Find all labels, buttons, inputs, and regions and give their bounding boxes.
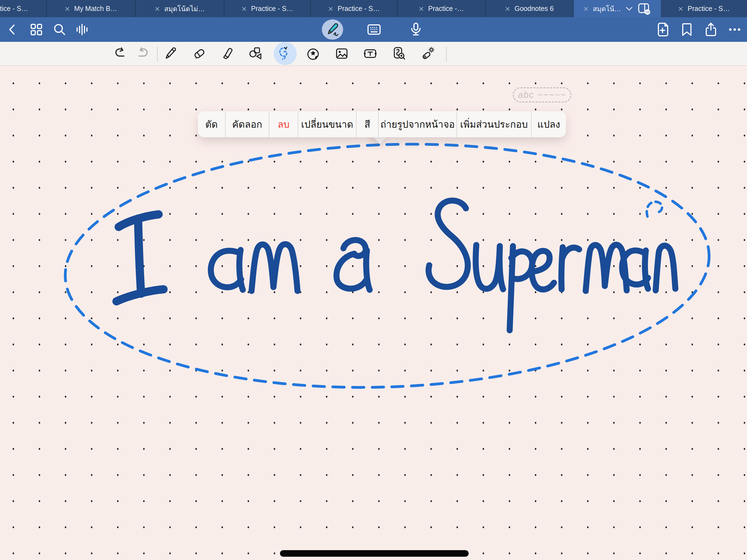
shapes-tool-button[interactable] (248, 46, 264, 61)
undo-icon (111, 46, 127, 61)
menu-item-convert[interactable]: แปลง (531, 111, 566, 137)
tab-practice-0[interactable]: tice - S… (0, 0, 47, 17)
tab-practice-1[interactable]: × Practice - S… (225, 0, 311, 17)
tab-label: สมุดโน้… (593, 3, 621, 14)
microphone-button[interactable] (409, 22, 423, 37)
note-page-canvas[interactable] (0, 66, 747, 560)
close-icon[interactable]: × (328, 4, 333, 13)
tab-practice-4[interactable]: × Practice - S… (661, 0, 747, 17)
laser-pointer-tool-button[interactable] (419, 46, 435, 61)
text-tool-button[interactable] (362, 46, 378, 61)
menu-item-cut[interactable]: ตัด (198, 111, 225, 137)
image-tool-icon (334, 46, 350, 61)
eraser-tool-button[interactable] (191, 46, 207, 61)
search-button[interactable] (52, 22, 67, 36)
tab-label: Goodnotes 6 (515, 5, 554, 12)
tab-label: My Match B… (74, 5, 117, 12)
tab-label: Practice - S… (688, 5, 730, 12)
elements-tool-button[interactable] (391, 46, 407, 61)
menu-item-add-element[interactable]: เพิ่มส่วนประกอบ (456, 111, 531, 137)
redo-icon (136, 46, 152, 61)
lasso-tool-selected-highlight (274, 42, 297, 65)
menu-item-delete[interactable]: ลบ (269, 111, 298, 137)
highlighter-tool-icon (220, 46, 235, 61)
tab-label: Practice - S… (251, 5, 293, 12)
tool-toolbar: abc ~~~~~ (0, 42, 747, 66)
bookmark-button[interactable] (680, 22, 694, 37)
handwriting-hint-text: abc ~~~~~ (518, 90, 566, 100)
close-icon[interactable]: × (583, 4, 588, 13)
sticker-tool-icon (306, 46, 321, 61)
tab-goodnotes-home[interactable]: × Goodnotes 6 (486, 0, 574, 17)
pen-mode-icon (325, 22, 340, 37)
close-icon[interactable]: × (65, 4, 70, 13)
undo-button[interactable] (111, 46, 127, 61)
elements-tool-icon (391, 46, 407, 61)
grid-icon (29, 23, 43, 36)
tab-thai-notebook[interactable]: × สมุดโน้ตไม่… (136, 0, 225, 17)
tab-label: tice - S… (0, 5, 28, 12)
menu-item-color[interactable]: สี (356, 111, 378, 137)
handwriting-hint-capsule: abc ~~~~~ (513, 87, 571, 103)
bookmark-icon (680, 22, 694, 37)
more-button[interactable] (728, 22, 742, 36)
page-thumbnails-button[interactable] (29, 23, 43, 36)
toolbar-divider (157, 47, 158, 61)
pen-tool-icon (163, 46, 179, 61)
keyboard-icon (366, 22, 382, 36)
laser-pointer-tool-icon (419, 46, 435, 61)
close-icon[interactable]: × (678, 4, 683, 13)
audio-waveform-icon (75, 22, 89, 36)
shapes-tool-icon (248, 46, 264, 61)
sticker-tool-button[interactable] (306, 46, 321, 61)
add-page-button[interactable] (656, 22, 670, 37)
tab-label: สมุดโน้ตไม่… (164, 3, 205, 14)
pen-tool-button[interactable] (163, 46, 179, 61)
tab-active-thai-notebook[interactable]: × สมุดโน้… (574, 0, 661, 17)
close-icon[interactable]: × (242, 4, 247, 13)
tab-label: Practice -… (428, 5, 464, 12)
microphone-icon (409, 22, 423, 37)
tab-bar: tice - S… × My Match B… × สมุดโน้ตไม่… ×… (0, 0, 747, 17)
close-icon[interactable]: × (419, 4, 424, 13)
nav-toolbar (0, 17, 747, 42)
text-tool-icon (362, 46, 378, 61)
highlighter-tool-button[interactable] (220, 46, 235, 61)
menu-item-resize[interactable]: เปลี่ยนขนาด (298, 111, 356, 137)
back-button[interactable] (6, 23, 19, 36)
search-icon (52, 22, 67, 36)
pen-mode-toggle[interactable] (322, 19, 343, 40)
redo-button[interactable] (136, 46, 152, 61)
home-indicator[interactable] (280, 550, 469, 557)
context-menu: ตัด คัดลอก ลบ เปลี่ยนขนาด สี ถ่ายรูปจากห… (198, 111, 566, 137)
menu-item-screenshot[interactable]: ถ่ายรูปจากหน้าจอ (378, 111, 456, 137)
keyboard-mode-button[interactable] (366, 22, 382, 36)
toolbar-divider (446, 47, 447, 61)
tab-practice-3[interactable]: × Practice -… (397, 0, 486, 17)
chevron-down-icon[interactable] (626, 6, 633, 11)
share-button[interactable] (704, 22, 718, 37)
goodnotes-window: ตัด คัดลอก ลบ เปลี่ยนขนาด สี ถ่ายรูปจากห… (0, 0, 747, 560)
split-view-icon[interactable] (637, 2, 651, 15)
menu-item-copy[interactable]: คัดลอก (225, 111, 269, 137)
close-icon[interactable]: × (155, 4, 160, 13)
lasso-tool-icon[interactable] (277, 45, 293, 62)
tab-label: Practice - S… (338, 5, 380, 12)
image-tool-button[interactable] (334, 46, 350, 61)
add-page-icon (656, 22, 670, 37)
more-ellipsis-icon (728, 22, 742, 36)
back-chevron-icon (6, 23, 19, 36)
close-icon[interactable]: × (505, 4, 510, 13)
tab-practice-2[interactable]: × Practice - S… (311, 0, 397, 17)
share-icon (704, 22, 718, 37)
audio-recording-button[interactable] (75, 22, 89, 36)
tab-my-match[interactable]: × My Match B… (47, 0, 136, 17)
eraser-tool-icon (191, 46, 207, 61)
